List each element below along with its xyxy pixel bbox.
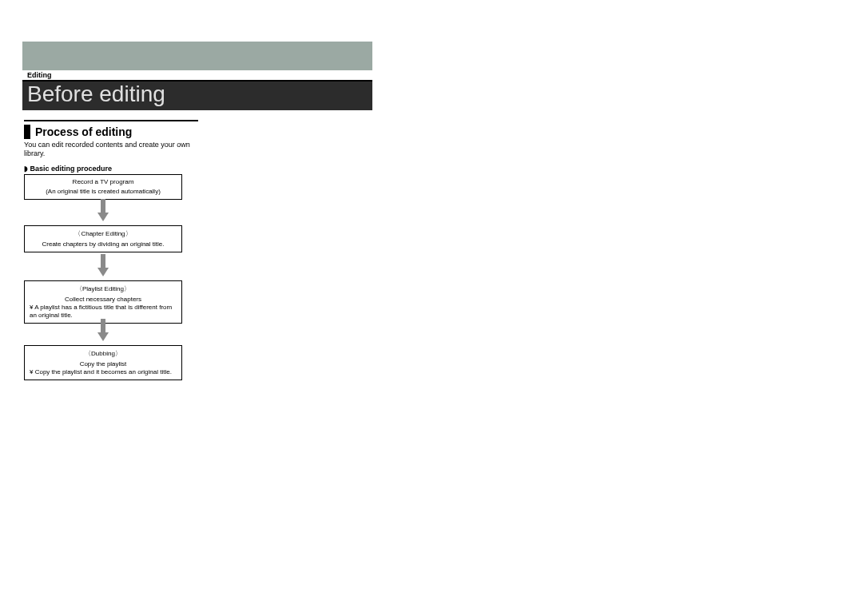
- svg-rect-2: [101, 254, 105, 268]
- step-body: Create chapters by dividing an original …: [30, 240, 177, 248]
- category-label: Editing: [27, 71, 52, 79]
- arrow-down-icon: [97, 319, 109, 341]
- section-marker: [24, 125, 30, 139]
- svg-marker-3: [97, 268, 109, 276]
- subsection-head: Basic editing procedure: [24, 165, 112, 173]
- step-title: 〈Dubbing〉: [30, 349, 177, 358]
- step-body: Collect necessary chapters: [30, 296, 177, 304]
- procedure-step-4: 〈Dubbing〉 Copy the playlist ¥ Copy the p…: [24, 345, 182, 380]
- step-note: ¥ Copy the playlist and it becomes an or…: [30, 368, 177, 376]
- step-title: 〈Chapter Editing〉: [30, 229, 177, 238]
- page-title: Before editing: [27, 81, 165, 107]
- section-head: Process of editing: [24, 125, 132, 139]
- step-note: ¥ A playlist has a fictitious title that…: [30, 304, 177, 320]
- document-page: Editing Before editing Process of editin…: [0, 0, 863, 616]
- svg-rect-4: [101, 319, 105, 332]
- arrow-down-icon: [97, 199, 109, 221]
- header-color-band: [22, 42, 372, 70]
- step-body: (An original title is created automatica…: [30, 188, 177, 196]
- step-body: Copy the playlist: [30, 360, 177, 368]
- arrow-down-icon: [97, 254, 109, 276]
- step-title: 〈Playlist Editing〉: [30, 284, 177, 293]
- intro-text: You can edit recorded contents and creat…: [24, 141, 192, 159]
- procedure-step-1: Record a TV program (An original title i…: [24, 174, 182, 200]
- svg-rect-0: [101, 199, 105, 213]
- svg-marker-1: [97, 213, 109, 221]
- section-divider: [24, 120, 198, 121]
- section-title: Process of editing: [35, 125, 132, 138]
- procedure-step-3: 〈Playlist Editing〉 Collect necessary cha…: [24, 280, 182, 324]
- procedure-step-2: 〈Chapter Editing〉 Create chapters by div…: [24, 225, 182, 252]
- svg-marker-5: [97, 332, 109, 341]
- step-title: Record a TV program: [30, 178, 177, 185]
